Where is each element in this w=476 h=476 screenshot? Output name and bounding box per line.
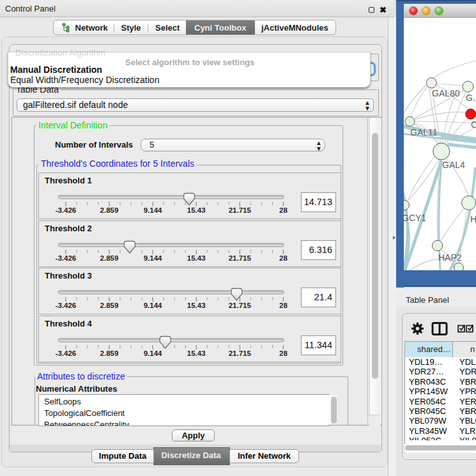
svg-text:2.859: 2.859 <box>100 349 119 357</box>
svg-text:-3.426: -3.426 <box>56 206 77 214</box>
svg-text:H: H <box>470 214 476 224</box>
svg-text:15.43: 15.43 <box>187 206 206 214</box>
svg-text:21.715: 21.715 <box>229 302 252 309</box>
svg-text:9.144: 9.144 <box>144 254 162 262</box>
svg-text:2.859: 2.859 <box>100 302 119 309</box>
svg-text:2.859: 2.859 <box>100 254 119 262</box>
svg-text:GAL4: GAL4 <box>442 160 465 170</box>
svg-text:21.715: 21.715 <box>229 349 252 357</box>
svg-text:28: 28 <box>279 349 288 357</box>
svg-text:G.: G. <box>466 93 475 103</box>
svg-text:15.43: 15.43 <box>187 302 206 309</box>
svg-text:2.859: 2.859 <box>100 206 119 214</box>
svg-text:GAL80: GAL80 <box>432 88 460 98</box>
svg-text:GAL11: GAL11 <box>410 127 438 137</box>
svg-text:9.144: 9.144 <box>144 302 162 309</box>
svg-text:21.715: 21.715 <box>229 206 252 214</box>
svg-text:9.144: 9.144 <box>144 349 162 357</box>
svg-text:-3.426: -3.426 <box>56 254 77 262</box>
svg-text:C: C <box>471 119 476 130</box>
svg-text:HAP2: HAP2 <box>438 252 462 263</box>
svg-text:28: 28 <box>279 254 288 262</box>
svg-text:15.43: 15.43 <box>187 254 206 262</box>
svg-text:-3.426: -3.426 <box>56 349 77 357</box>
svg-text:28: 28 <box>279 302 288 309</box>
svg-text:-3.426: -3.426 <box>56 302 77 309</box>
svg-text:21.715: 21.715 <box>229 254 252 262</box>
svg-text:15.43: 15.43 <box>187 349 206 357</box>
svg-text:GCY1: GCY1 <box>402 213 426 223</box>
svg-text:9.144: 9.144 <box>144 206 162 214</box>
svg-text:28: 28 <box>279 206 288 214</box>
